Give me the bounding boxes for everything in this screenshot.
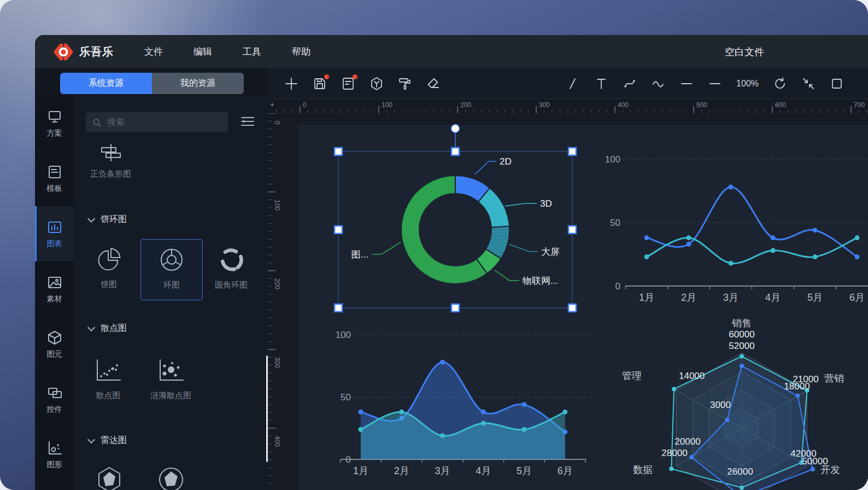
radar-category-label: 营销 [824, 373, 844, 384]
add-node-icon[interactable] [284, 77, 298, 91]
shape-item-rounded-donut[interactable]: 圆角环图 [215, 247, 248, 290]
ripple-scatter-chart-icon [157, 359, 185, 383]
chevron-down-icon [87, 323, 95, 331]
rail-item-label: 方案 [47, 129, 62, 138]
radar-value-label: 3000 [710, 400, 731, 410]
canvas-column: 100% + 0100200300400500600700 0100200300… [268, 68, 868, 490]
menu-item-2[interactable]: 工具 [243, 45, 261, 58]
monitor-icon [46, 109, 63, 125]
section-pie-donut[interactable]: 饼环图 [89, 214, 127, 225]
tab-system-resources[interactable]: 系统资源 [60, 73, 152, 94]
resize-handle[interactable] [568, 304, 576, 312]
shape-item-pie[interactable]: 饼图 [96, 247, 122, 290]
ruler-v-label: 400 [273, 436, 281, 447]
radar-value-label: 28000 [661, 448, 687, 458]
search-box[interactable] [86, 112, 228, 132]
shape-item-donut-selected[interactable]: 环图 [159, 247, 185, 290]
fit-screen-icon[interactable] [801, 77, 816, 91]
rotate-handle[interactable] [451, 125, 460, 133]
rail-item-label: 素材 [47, 294, 62, 304]
document-title[interactable]: 空白文件 [725, 35, 764, 68]
shape-item-radar-circle[interactable] [158, 466, 184, 490]
chevron-down-icon [87, 435, 95, 443]
tab-my-resources[interactable]: 我的资源 [152, 73, 244, 94]
shape-item-label: 饼图 [101, 279, 117, 290]
rail-item-1[interactable]: 模板 [35, 151, 74, 206]
shape-item-ripple-scatter[interactable]: 涟漪散点图 [150, 359, 191, 401]
magnet-area-icon[interactable] [830, 77, 844, 91]
ruler-h-label: 500 [696, 101, 707, 109]
resource-panel: 正负条形图饼环图饼图环图圆角环图散点图散点图涟漪散点图雷达图 [74, 96, 268, 490]
unsaved-dot [324, 74, 329, 79]
eraser-icon[interactable] [426, 77, 441, 91]
donut-slice-label: 大屏 [541, 247, 560, 257]
resource-tabs-row: 系统资源 我的资源 [35, 68, 268, 96]
zoom-level[interactable]: 100% [736, 79, 759, 89]
ruler-v-label: 300 [273, 357, 281, 368]
resize-handle[interactable] [568, 148, 576, 155]
left-area: 系统资源 我的资源 方案模板图表素材图元控件图形 [35, 68, 268, 490]
drawing-canvas[interactable]: 01002003004000501001月2月3月4月5月6月0501001月2… [268, 113, 868, 490]
rail-item-0[interactable]: 方案 [35, 96, 74, 151]
pen-curve-icon[interactable] [623, 77, 637, 91]
rail-item-label: 模板 [47, 184, 62, 194]
rail-item-2[interactable]: 图表 [35, 206, 74, 261]
rail-item-label: 图元 [47, 349, 62, 359]
polyline-icon[interactable] [708, 77, 722, 91]
shape-item-radar-hexagon[interactable] [96, 466, 122, 490]
resize-handle[interactable] [568, 226, 576, 234]
shape-item-label: 圆角环图 [215, 280, 248, 290]
rail-item-label: 控件 [47, 405, 62, 415]
ruler-v-label: 0 [273, 121, 281, 125]
shape-item-posneg-bar[interactable]: 正负条形图 [90, 144, 131, 179]
x-axis-label: 6月 [558, 465, 573, 476]
search-icon [92, 118, 101, 127]
x-axis-label: 3月 [723, 292, 738, 303]
resize-handle[interactable] [451, 304, 459, 312]
hexagon-component-icon[interactable] [370, 77, 384, 91]
menu-item-0[interactable]: 文件 [144, 45, 163, 58]
rail-item-4[interactable]: 图元 [35, 317, 74, 372]
ruler-h-label: 700 [854, 101, 865, 109]
resize-handle[interactable] [451, 148, 459, 155]
resize-handle[interactable] [335, 226, 342, 234]
donut-slice-label: 3D [540, 199, 552, 209]
ruler-v-label: 100 [273, 200, 281, 211]
shape-item-scatter[interactable]: 散点图 [95, 359, 122, 401]
radar-hexagon-icon [96, 466, 122, 490]
pencil-line-icon[interactable] [566, 77, 580, 91]
x-axis-label: 1月 [639, 292, 654, 303]
refresh-icon[interactable] [773, 77, 787, 91]
section-scatter[interactable]: 散点图 [89, 323, 127, 334]
chart-icon [46, 219, 63, 235]
list-view-toggle-icon[interactable] [241, 116, 254, 129]
radar-category-label: 销售 [731, 318, 752, 329]
resize-handle[interactable] [335, 148, 342, 155]
x-axis-label: 3月 [435, 465, 450, 476]
save-icon[interactable] [313, 77, 327, 91]
rail-item-6[interactable]: 图形 [35, 427, 74, 482]
curve-icon[interactable] [651, 77, 665, 91]
text-icon[interactable] [594, 77, 608, 91]
radar-value-label: 14000 [679, 371, 705, 381]
x-axis-label: 1月 [353, 465, 368, 476]
rounded-donut-chart-icon [218, 247, 244, 272]
menu-item-3[interactable]: 帮助 [292, 45, 310, 58]
resize-handle[interactable] [335, 304, 342, 312]
format-painter-icon[interactable] [398, 77, 412, 91]
menu-item-1[interactable]: 编辑 [193, 45, 212, 58]
x-axis-label: 4月 [765, 292, 781, 303]
file-icon[interactable] [341, 77, 355, 91]
section-title: 饼环图 [101, 214, 127, 225]
donut-slice-label: 2D [500, 156, 512, 167]
app-logo[interactable]: 乐吾乐 [53, 42, 114, 62]
canvas-toolbar: 100% [268, 68, 868, 98]
section-radar[interactable]: 雷达图 [89, 435, 127, 446]
radar-category-label: 管理 [622, 370, 642, 381]
y-axis-label: 50 [610, 218, 620, 228]
line-icon[interactable] [679, 77, 694, 91]
rail-item-5[interactable]: 控件 [35, 372, 74, 427]
search-input[interactable] [106, 117, 221, 128]
desktop-background: 乐吾乐 文件编辑工具帮助 空白文件 系统资源 我的资源 方案模板图表素材图元控件… [0, 0, 868, 490]
rail-item-3[interactable]: 素材 [35, 261, 74, 317]
